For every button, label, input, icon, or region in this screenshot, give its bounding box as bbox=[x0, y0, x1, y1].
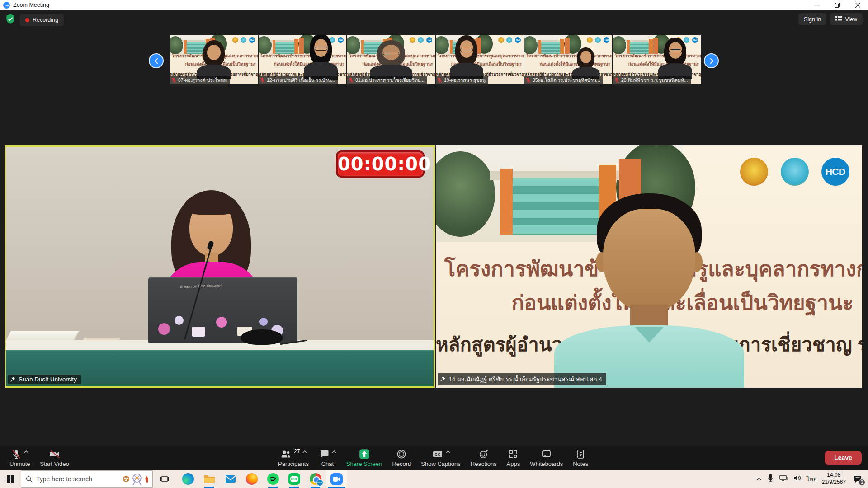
chat-icon bbox=[319, 449, 330, 460]
notes-button[interactable]: Notes bbox=[568, 446, 593, 470]
muted-mic-icon bbox=[526, 77, 531, 83]
chat-options-chevron[interactable] bbox=[332, 447, 336, 455]
participant-thumbnail[interactable]: HCD โครงการพัฒนาข้าราชการครูและบุคลากรทา… bbox=[613, 35, 701, 84]
participant-thumbnail[interactable]: HCD โครงการพัฒนาข้าราชการครูและบุคลากรทา… bbox=[259, 35, 346, 84]
minimize-button[interactable] bbox=[806, 0, 826, 10]
tray-expand-chevron[interactable] bbox=[756, 475, 762, 483]
view-button[interactable]: View bbox=[830, 13, 863, 25]
participants-count: 27 bbox=[294, 448, 300, 455]
record-icon bbox=[396, 449, 407, 460]
svg-text:CC: CC bbox=[434, 452, 440, 457]
whiteboards-button[interactable]: Whiteboards bbox=[525, 446, 568, 470]
obec-logo bbox=[232, 37, 238, 43]
meeting-topright-controls: Sign in View bbox=[798, 13, 863, 25]
title-bar: zm Zoom Meeting bbox=[0, 0, 868, 10]
hcd-tab-badge: HCD bbox=[316, 479, 323, 486]
taskbar-zoom[interactable] bbox=[326, 470, 347, 488]
restore-button[interactable] bbox=[826, 0, 847, 10]
mail-icon bbox=[225, 474, 236, 483]
task-view-button[interactable] bbox=[156, 470, 174, 488]
participants-button[interactable]: 27 Participants bbox=[273, 446, 314, 470]
share-screen-icon bbox=[359, 448, 370, 460]
muted-mic-icon bbox=[614, 77, 619, 83]
window-title: Zoom Meeting bbox=[13, 2, 49, 8]
participant-figure bbox=[554, 193, 744, 388]
taskbar-edge[interactable] bbox=[177, 470, 198, 488]
leave-button[interactable]: Leave bbox=[825, 451, 862, 465]
meeting-info-bar: Recording bbox=[5, 13, 64, 27]
tray-mic-icon[interactable] bbox=[767, 474, 774, 484]
participants-options-chevron[interactable] bbox=[302, 447, 307, 455]
reactions-icon bbox=[478, 449, 489, 460]
muted-mic-icon bbox=[171, 77, 176, 83]
zoom-app-icon: zm bbox=[3, 2, 10, 9]
meeting-area: Recording Sign in View bbox=[0, 10, 868, 470]
record-button[interactable]: Record bbox=[387, 446, 416, 470]
taskbar-chrome[interactable]: HCD bbox=[305, 470, 326, 488]
participant-thumbnail[interactable]: HCD โครงการพัฒนาข้าราชการครูและบุคลากรทา… bbox=[170, 35, 258, 84]
windows-taskbar: LINE HCD ไทย 14:08 21/9/2567 bbox=[0, 470, 868, 488]
grid-view-icon bbox=[835, 16, 842, 23]
window-controls bbox=[806, 0, 868, 10]
video-name-badge: 14-ผอ.นัยณัฏฐ์ ศรีชัย-รร.น้ำอ้อมรัฐประชา… bbox=[438, 373, 606, 385]
sign-in-button[interactable]: Sign in bbox=[798, 13, 826, 25]
chat-button[interactable]: Chat bbox=[314, 446, 341, 470]
taskbar-search[interactable] bbox=[21, 470, 153, 488]
taskbar-line[interactable]: LINE bbox=[283, 470, 305, 488]
gallery-previous-button[interactable] bbox=[149, 53, 164, 68]
participant-thumbnail[interactable]: HCD โครงการพัฒนาข้าราชการครูและบุคลากรทา… bbox=[436, 35, 524, 84]
video-muted-icon bbox=[49, 449, 61, 460]
view-label: View bbox=[845, 16, 857, 23]
participant-silhouette bbox=[308, 35, 334, 77]
windows-logo-icon bbox=[7, 475, 14, 483]
taskbar-apps: LINE HCD bbox=[177, 470, 347, 488]
participant-silhouette bbox=[662, 38, 689, 77]
tray-network-icon[interactable] bbox=[779, 474, 788, 483]
search-doodle-graphic bbox=[122, 472, 150, 486]
start-button[interactable] bbox=[0, 470, 21, 488]
institution-logos: HCD bbox=[232, 37, 255, 43]
file-explorer-icon bbox=[203, 474, 215, 484]
unmute-options-chevron[interactable] bbox=[24, 447, 28, 455]
taskbar-spotify[interactable] bbox=[262, 470, 283, 488]
task-view-icon bbox=[160, 474, 169, 483]
hcd-logo: HCD bbox=[821, 158, 849, 186]
captions-options-chevron[interactable] bbox=[446, 447, 450, 455]
close-button[interactable] bbox=[847, 0, 868, 10]
sdu-logo bbox=[241, 37, 246, 43]
apps-button[interactable]: Apps bbox=[502, 446, 525, 470]
action-center-button[interactable]: 2 bbox=[851, 472, 864, 486]
search-input[interactable] bbox=[36, 475, 118, 483]
gallery-next-button[interactable] bbox=[704, 53, 719, 68]
whiteboards-icon bbox=[541, 449, 552, 460]
hcd-logo: HCD bbox=[249, 37, 255, 43]
captions-icon: CC bbox=[432, 449, 443, 460]
line-icon: LINE bbox=[288, 473, 300, 485]
institution-logos: HCD bbox=[740, 158, 849, 186]
share-screen-button[interactable]: Share Screen bbox=[341, 446, 387, 470]
security-shield-icon[interactable] bbox=[5, 13, 16, 27]
participant-thumbnail[interactable]: HCD โครงการพัฒนาข้าราชการครูและบุคลากรทา… bbox=[524, 35, 612, 84]
pin-icon bbox=[10, 376, 16, 383]
session-timer: 00:00:00 bbox=[336, 150, 425, 178]
start-video-button[interactable]: Start Video bbox=[35, 446, 74, 470]
main-video-participant: HCD โครงการพัฒนาข้าราชการครูและบุคลากรทา… bbox=[436, 145, 862, 388]
show-captions-button[interactable]: CC Show Captions bbox=[416, 446, 465, 470]
recording-indicator[interactable]: Recording bbox=[20, 14, 64, 26]
reactions-button[interactable]: Reactions bbox=[466, 446, 502, 470]
participant-name-badge: 01.ผอ.ประภาส รร.โขงเจียมวิทย... bbox=[347, 76, 427, 84]
taskbar-file-explorer[interactable] bbox=[198, 470, 220, 488]
recording-dot-icon bbox=[25, 18, 29, 22]
participant-silhouette bbox=[201, 40, 227, 77]
system-tray: ไทย 14:08 21/9/2567 2 bbox=[756, 472, 868, 486]
sdu-logo bbox=[781, 158, 809, 186]
taskbar-mail[interactable] bbox=[220, 470, 241, 488]
edge-icon bbox=[182, 473, 194, 485]
taskbar-firefox[interactable] bbox=[241, 470, 262, 488]
participant-thumbnail[interactable]: HCD โครงการพัฒนาข้าราชการครูและบุคลากรทา… bbox=[347, 35, 435, 84]
language-indicator[interactable]: ไทย bbox=[807, 474, 817, 484]
taskbar-clock[interactable]: 14:08 21/9/2567 bbox=[822, 472, 846, 486]
unmute-button[interactable]: Unmute bbox=[5, 446, 35, 470]
recording-label: Recording bbox=[33, 17, 58, 23]
tray-volume-icon[interactable] bbox=[793, 474, 802, 483]
